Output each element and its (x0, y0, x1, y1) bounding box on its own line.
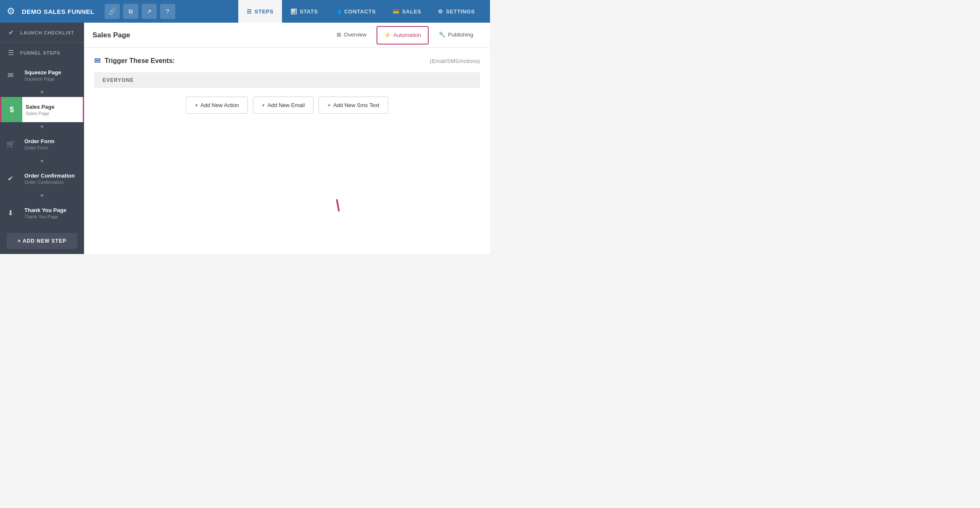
sales-step-name: Sales Page (26, 104, 79, 110)
arrow-3: ▼ (0, 157, 84, 166)
sales-icon: 💳 (393, 8, 400, 15)
trigger-title: ✉ Trigger These Events: (94, 56, 175, 65)
content-tabs: ⊞ Overview ⚡ Automation 🔧 Publishing (328, 23, 482, 48)
content-page-title: Sales Page (92, 31, 328, 39)
automation-icon: ⚡ (384, 32, 391, 38)
plus-icon-action: + (195, 102, 198, 108)
trigger-header: ✉ Trigger These Events: (Email/SMS/Actio… (94, 56, 480, 65)
sales-step-sub: Sales Page (26, 111, 79, 116)
thankyou-step-sub: Thank You Page (24, 214, 81, 219)
tab-steps[interactable]: ☰ STEPS (238, 0, 282, 23)
launch-checklist-label: LAUNCH CHECKLIST (20, 30, 74, 35)
arrow-1: ▼ (0, 88, 84, 97)
launch-checklist-section[interactable]: ✔ LAUNCH CHECKLIST (0, 23, 84, 42)
squeeze-step-name: Squeeze Page (24, 69, 81, 76)
plus-icon-email: + (262, 102, 265, 108)
top-nav-tabs: ☰ STEPS 📊 STATS 👥 CONTACTS 💳 SALES ⚙ SET… (238, 0, 483, 23)
publishing-icon: 🔧 (439, 31, 445, 38)
envelope-icon: ✉ (94, 56, 100, 65)
squeeze-step-sub: Squeeze Page (24, 76, 81, 81)
squeeze-icon: ✉ (0, 63, 21, 88)
help-icon[interactable]: ? (160, 4, 175, 19)
link-icon[interactable]: 🔗 (105, 4, 120, 19)
gear-icon[interactable]: ⚙ (7, 6, 15, 17)
arrow-4: ▼ (0, 191, 84, 200)
step-sales[interactable]: $ Sales Page Sales Page (0, 97, 84, 122)
thankyou-icon: ⬇ (0, 200, 21, 225)
orderform-step-sub: Order Form (24, 145, 81, 150)
orderconfirm-step-name: Order Confirmation (24, 173, 81, 179)
content-header: Sales Page ⊞ Overview ⚡ Automation 🔧 Pub… (84, 23, 490, 48)
settings-icon: ⚙ (438, 8, 443, 15)
add-new-action-button[interactable]: + Add New Action (186, 97, 248, 114)
orderform-step-name: Order Form (24, 138, 81, 144)
orderconfirm-icon: ✔ (0, 166, 21, 191)
automation-content: ✉ Trigger These Events: (Email/SMS/Actio… (84, 48, 490, 254)
app-title: DEMO SALES FUNNEL (22, 8, 95, 15)
tab-settings[interactable]: ⚙ SETTINGS (429, 0, 483, 23)
funnel-steps-section: ☰ FUNNEL STEPS (0, 43, 84, 63)
tab-publishing[interactable]: 🔧 Publishing (430, 23, 482, 48)
step-orderform[interactable]: 🛒 Order Form Order Form (0, 131, 84, 157)
tab-contacts[interactable]: 👥 CONTACTS (326, 0, 384, 23)
action-buttons: + Add New Action + Add New Email + Add N… (94, 97, 480, 114)
top-navigation: ⚙ DEMO SALES FUNNEL 🔗 ⧉ ↗ ? ☰ STEPS 📊 ST… (0, 0, 490, 23)
content-area: Sales Page ⊞ Overview ⚡ Automation 🔧 Pub… (84, 23, 490, 254)
funnel-steps-label: FUNNEL STEPS (20, 50, 61, 55)
trigger-subtitle: (Email/SMS/Actions) (430, 58, 480, 64)
plus-icon-sms: + (327, 102, 331, 108)
thankyou-step-name: Thank You Page (24, 207, 81, 213)
sales-step-icon: $ (1, 97, 22, 122)
tab-stats[interactable]: 📊 STATS (282, 0, 327, 23)
external-link-icon[interactable]: ↗ (142, 4, 157, 19)
contacts-icon: 👥 (335, 8, 342, 15)
checklist-icon: ✔ (7, 29, 15, 37)
tab-automation[interactable]: ⚡ Automation (377, 26, 429, 45)
step-squeeze[interactable]: ✉ Squeeze Page Squeeze Page (0, 63, 84, 88)
tab-overview[interactable]: ⊞ Overview (328, 23, 375, 48)
overview-icon: ⊞ (337, 31, 341, 38)
add-new-step-button[interactable]: + ADD NEW STEP (7, 233, 77, 249)
arrow-2: ▼ (0, 122, 84, 131)
orderform-icon: 🛒 (0, 131, 21, 157)
menu-icon: ☰ (7, 49, 15, 57)
stats-icon: 📊 (290, 8, 298, 15)
everyone-bar: EVERYONE (94, 72, 480, 88)
copy-icon[interactable]: ⧉ (123, 4, 138, 19)
add-new-sms-button[interactable]: + Add New Sms Text (319, 97, 388, 114)
main-layout: ✔ LAUNCH CHECKLIST ☰ FUNNEL STEPS ✉ Sque… (0, 23, 490, 254)
cursor-decoration (336, 199, 340, 212)
step-thankyou[interactable]: ⬇ Thank You Page Thank You Page (0, 200, 84, 225)
sidebar: ✔ LAUNCH CHECKLIST ☰ FUNNEL STEPS ✉ Sque… (0, 23, 84, 254)
tab-sales[interactable]: 💳 SALES (384, 0, 429, 23)
add-new-email-button[interactable]: + Add New Email (253, 97, 313, 114)
orderconfirm-step-sub: Order Confirmation (24, 180, 81, 185)
steps-icon: ☰ (247, 8, 252, 15)
step-orderconfirm[interactable]: ✔ Order Confirmation Order Confirmation (0, 166, 84, 191)
